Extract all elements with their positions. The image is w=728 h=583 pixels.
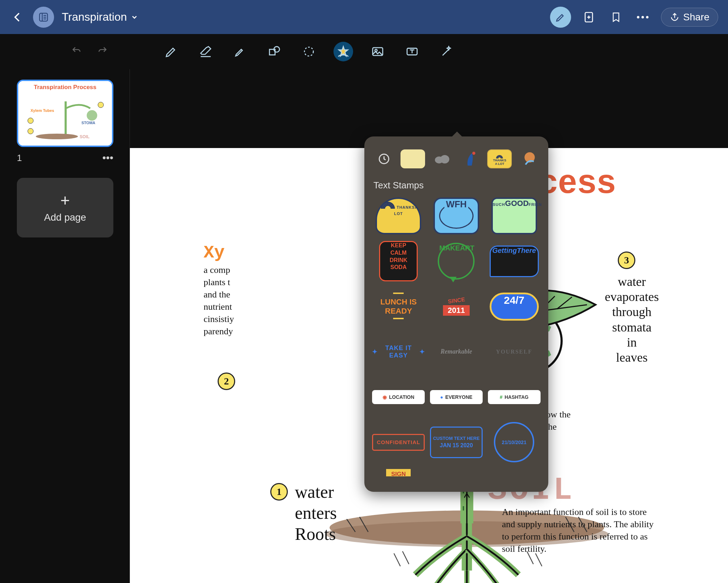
sticker-tab-planet[interactable] xyxy=(516,149,541,168)
page-sidebar: Transpiration Process Xylem TubesSTOMASO… xyxy=(0,69,130,583)
sticker-since[interactable]: SINCE2011 xyxy=(430,286,483,327)
sticker-location[interactable]: ◉LOCATION xyxy=(372,377,425,417)
svg-text:SOIL: SOIL xyxy=(80,134,90,139)
page-thumbnail-1[interactable]: Transpiration Process Xylem TubesSTOMASO… xyxy=(17,80,113,147)
page-number-label: 1 xyxy=(17,153,22,163)
sticker-getting-there[interactable]: GettingThere xyxy=(488,241,541,281)
sticker-popover: THANKSA LOT Text Stamps THANKSA LOT WFH … xyxy=(364,136,548,492)
more-menu-button[interactable] xyxy=(634,9,651,26)
sticker-keep-calm[interactable]: KEEP CALM DRINK SODA xyxy=(372,241,425,281)
svg-point-26 xyxy=(98,102,104,108)
svg-point-13 xyxy=(304,47,313,56)
share-label: Share xyxy=(683,12,709,23)
chevron-down-icon xyxy=(131,13,138,21)
eraser-tool[interactable] xyxy=(196,42,216,61)
sticker-sign-here[interactable]: SIGN HERE xyxy=(372,467,425,476)
step-1-badge: 1 xyxy=(270,483,288,501)
sticker-everyone[interactable]: ●EVERYONE xyxy=(430,377,483,417)
sticker-lunch[interactable]: LUNCH IS READY xyxy=(372,286,425,327)
magic-tool[interactable] xyxy=(437,42,456,61)
add-page-label: Add page xyxy=(44,212,86,223)
svg-point-8 xyxy=(637,16,640,18)
share-button[interactable]: Share xyxy=(661,8,718,27)
step-1-text: water enters Roots xyxy=(295,481,337,544)
sticker-tab-notes[interactable] xyxy=(401,149,425,168)
redo-button[interactable] xyxy=(96,46,109,58)
xylem-text: a comp plants t and the nutrient cinsist… xyxy=(204,264,274,338)
sticker-make-art[interactable]: MAKEART xyxy=(430,241,483,281)
step-2-badge: 2 xyxy=(218,373,235,390)
svg-point-20 xyxy=(87,110,97,121)
back-button[interactable] xyxy=(10,9,25,25)
sticker-tool[interactable] xyxy=(333,42,353,61)
soil-text: An important function of soil is to stor… xyxy=(502,506,656,555)
sticker-section-title: Text Stamps xyxy=(373,180,539,191)
svg-point-56 xyxy=(440,155,449,163)
pen-tool[interactable] xyxy=(161,42,181,61)
sticker-airmail[interactable]: 21/10/2021 xyxy=(488,422,541,462)
undo-button[interactable] xyxy=(70,46,83,58)
sticker-custom-date[interactable]: CUSTOM TEXT HEREJAN 15 2020 xyxy=(430,422,483,462)
share-icon xyxy=(670,12,680,22)
sticker-confidential[interactable]: CONFIDENTIAL xyxy=(372,422,425,462)
sticker-hashtag[interactable]: #HASHTAG xyxy=(488,377,541,417)
svg-line-51 xyxy=(403,551,409,564)
sticker-wfh[interactable]: WFH xyxy=(430,196,483,236)
sticker-take-easy[interactable]: ✦ TAKE IT EASY ✦ xyxy=(372,331,425,372)
svg-point-24 xyxy=(28,128,33,134)
sticker-grid[interactable]: THANKSA LOT WFH SUCHGOODFRIENDS KEEP CAL… xyxy=(371,196,541,476)
svg-point-25 xyxy=(28,118,33,123)
sticker-tab-recent[interactable] xyxy=(372,149,396,168)
edit-mode-button[interactable] xyxy=(550,7,571,28)
svg-point-10 xyxy=(646,16,649,18)
text-tool[interactable] xyxy=(402,42,422,61)
svg-point-57 xyxy=(472,152,476,155)
plus-icon: + xyxy=(60,192,70,208)
sticker-tab-cloud[interactable] xyxy=(430,149,454,168)
bookmark-button[interactable] xyxy=(608,9,624,26)
add-page-card[interactable]: + Add page xyxy=(17,178,113,237)
sticker-remarkable[interactable]: Remarkable xyxy=(430,331,483,372)
shape-tool[interactable] xyxy=(265,42,284,61)
xylem-label: Xy xyxy=(204,243,225,263)
sticker-thanks[interactable]: THANKSA LOT xyxy=(372,196,425,236)
sticker-tab-pen[interactable] xyxy=(458,149,483,168)
svg-text:Xylem Tubes: Xylem Tubes xyxy=(31,108,54,113)
highlighter-tool[interactable] xyxy=(230,42,250,61)
add-page-button[interactable] xyxy=(581,9,598,26)
svg-point-9 xyxy=(642,16,644,18)
sticker-good-friends[interactable]: SUCHGOODFRIENDS xyxy=(488,196,541,236)
top-navigation: Transpiration Share xyxy=(0,0,728,34)
tool-row xyxy=(0,34,728,69)
document-title-dropdown[interactable]: Transpiration xyxy=(62,11,138,24)
lasso-tool[interactable] xyxy=(299,42,319,61)
svg-line-50 xyxy=(394,554,400,567)
svg-line-53 xyxy=(536,554,542,567)
sticker-247[interactable]: 24/7 xyxy=(488,286,541,327)
page-options-button[interactable]: ••• xyxy=(102,152,113,164)
sticker-yourself[interactable]: YOURSELF xyxy=(488,331,541,372)
canvas-area[interactable]: ion Process Xy a comp plants t and the n… xyxy=(130,69,728,583)
document-panel-button[interactable] xyxy=(33,7,54,28)
svg-point-19 xyxy=(36,134,78,139)
svg-text:STOMA: STOMA xyxy=(81,121,95,125)
document-title: Transpiration xyxy=(62,11,127,24)
image-tool[interactable] xyxy=(368,42,388,61)
sticker-tab-text-stamps[interactable]: THANKSA LOT xyxy=(487,149,512,168)
